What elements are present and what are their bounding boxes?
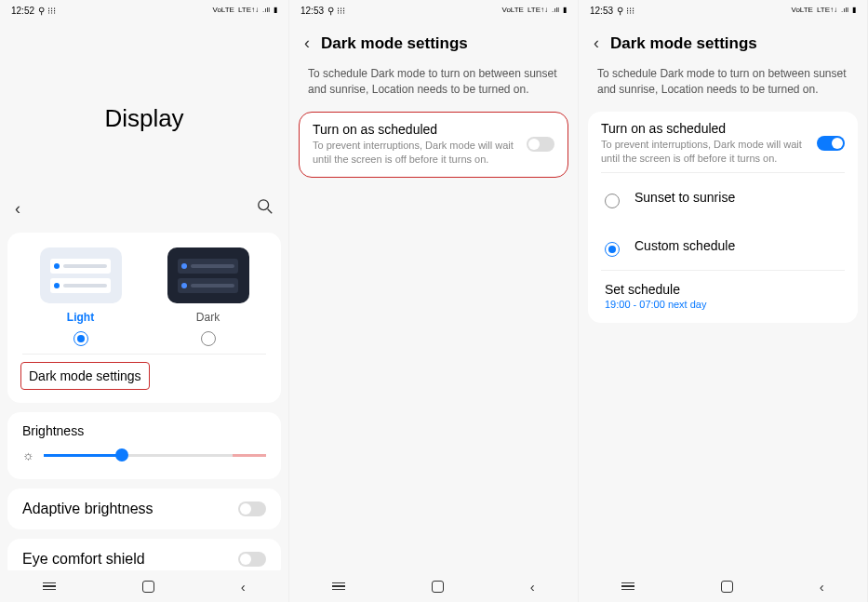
set-schedule-row[interactable]: Set schedule 19:00 - 07:00 next day [601,271,845,314]
custom-radio[interactable] [605,242,620,257]
navbar: ‹ [579,570,867,602]
back-icon[interactable]: ‹ [15,199,20,219]
lte-icon: LTE↑↓ [817,7,837,14]
status-icons-left: ⚲ ⁝⁝⁝ [617,6,634,16]
nav-recent[interactable] [332,582,345,591]
signal-icon: .ıll [552,7,559,14]
content: Display ‹ Light [0,20,288,570]
back-icon[interactable]: ‹ [594,33,599,53]
lte-icon: LTE↑↓ [238,7,259,14]
scheduled-toggle[interactable] [817,136,845,151]
battery-icon: ▮ [274,7,277,14]
scheduled-toggle[interactable] [527,137,554,152]
set-schedule-value: 19:00 - 07:00 next day [605,299,841,310]
scheduled-sub: To prevent interruptions, Dark mode will… [313,139,517,167]
sunset-label: Sunset to sunrise [634,190,735,205]
custom-label: Custom schedule [634,238,735,253]
volte-icon: VoLTE [792,7,813,14]
dark-mode-settings-link[interactable]: Dark mode settings [20,362,150,390]
content: ‹ Dark mode settings To schedule Dark mo… [579,20,867,570]
theme-light-label: Light [67,311,94,324]
custom-option[interactable]: Custom schedule [601,221,845,270]
status-icons-left: ⚲ ⁝⁝⁝ [38,6,56,16]
adaptive-brightness-label: Adaptive brightness [22,501,154,517]
scheduled-title: Turn on as scheduled [313,122,517,137]
adaptive-brightness-row[interactable]: Adaptive brightness [7,488,281,529]
theme-light-radio[interactable] [73,331,88,346]
screen-title: Dark mode settings [610,34,757,53]
battery-icon: ▮ [852,7,856,14]
lte-icon: LTE↑↓ [527,7,548,14]
screen-description: To schedule Dark mode to turn on between… [289,62,578,112]
theme-dark-label: Dark [196,311,220,324]
eye-comfort-label: Eye comfort shield [22,551,145,568]
nav-back[interactable]: ‹ [820,579,824,595]
statusbar: 12:52 ⚲ ⁝⁝⁝ VoLTE LTE↑↓ .ıll ▮ [0,0,288,20]
brightness-card: Brightness ☼ [7,412,281,479]
page-title: Display [0,20,288,198]
dark-tile-preview [167,247,249,303]
nav-home[interactable] [721,581,733,593]
set-schedule-label: Set schedule [605,282,841,297]
back-icon[interactable]: ‹ [304,33,310,53]
content: ‹ Dark mode settings To schedule Dark mo… [289,20,578,570]
nav-home[interactable] [432,581,444,593]
nav-recent[interactable] [621,582,634,591]
nav-back[interactable]: ‹ [241,579,246,595]
navbar: ‹ [289,570,578,602]
eye-comfort-row[interactable]: Eye comfort shield [7,539,281,570]
screen-description: To schedule Dark mode to turn on between… [579,62,867,112]
theme-dark-option[interactable]: Dark [144,247,272,346]
statusbar: 12:53 ⚲ ⁝⁝⁝ VoLTE LTE↑↓ .ıll ▮ [289,0,578,20]
status-time: 12:53 [300,6,324,16]
light-tile-preview [40,247,122,303]
phone-dark-settings-on: 12:53 ⚲ ⁝⁝⁝ VoLTE LTE↑↓ .ıll ▮ ‹ Dark mo… [579,0,868,602]
scheduled-sub: To prevent interruptions, Dark mode will… [601,138,808,167]
statusbar: 12:53 ⚲ ⁝⁝⁝ VoLTE LTE↑↓ .ıll ▮ [579,0,867,20]
nav-recent[interactable] [43,582,56,591]
screen-title: Dark mode settings [321,34,468,53]
phone-display: 12:52 ⚲ ⁝⁝⁝ VoLTE LTE↑↓ .ıll ▮ Display ‹ [0,0,289,602]
turn-on-scheduled-card[interactable]: Turn on as scheduled To prevent interrup… [299,112,568,178]
signal-icon: .ıll [841,7,848,14]
search-icon[interactable] [257,198,274,220]
brightness-label: Brightness [22,423,266,438]
svg-line-1 [268,209,273,214]
volte-icon: VoLTE [213,7,234,14]
scheduled-title: Turn on as scheduled [601,121,808,136]
theme-dark-radio[interactable] [201,331,216,346]
turn-on-scheduled-card: Turn on as scheduled To prevent interrup… [588,112,858,323]
battery-icon: ▮ [563,7,567,14]
turn-on-scheduled-row[interactable]: Turn on as scheduled To prevent interrup… [601,121,845,172]
phone-dark-settings-off: 12:53 ⚲ ⁝⁝⁝ VoLTE LTE↑↓ .ıll ▮ ‹ Dark mo… [289,0,579,602]
nav-back[interactable]: ‹ [530,579,535,595]
signal-icon: .ıll [262,7,270,14]
adaptive-brightness-toggle[interactable] [238,502,266,516]
sun-icon: ☼ [22,448,34,462]
sunset-radio[interactable] [605,194,620,208]
nav-home[interactable] [142,581,154,593]
eye-comfort-toggle[interactable] [238,552,266,567]
theme-card: Light Dark Dark mode settings [7,233,281,403]
status-time: 12:52 [11,6,34,16]
navbar: ‹ [0,570,288,602]
theme-light-option[interactable]: Light [17,247,144,346]
status-icons-left: ⚲ ⁝⁝⁝ [327,6,345,16]
sunset-option[interactable]: Sunset to sunrise [601,173,845,221]
brightness-slider[interactable] [44,454,266,457]
status-time: 12:53 [590,6,613,16]
volte-icon: VoLTE [502,7,524,14]
svg-point-0 [259,200,269,210]
